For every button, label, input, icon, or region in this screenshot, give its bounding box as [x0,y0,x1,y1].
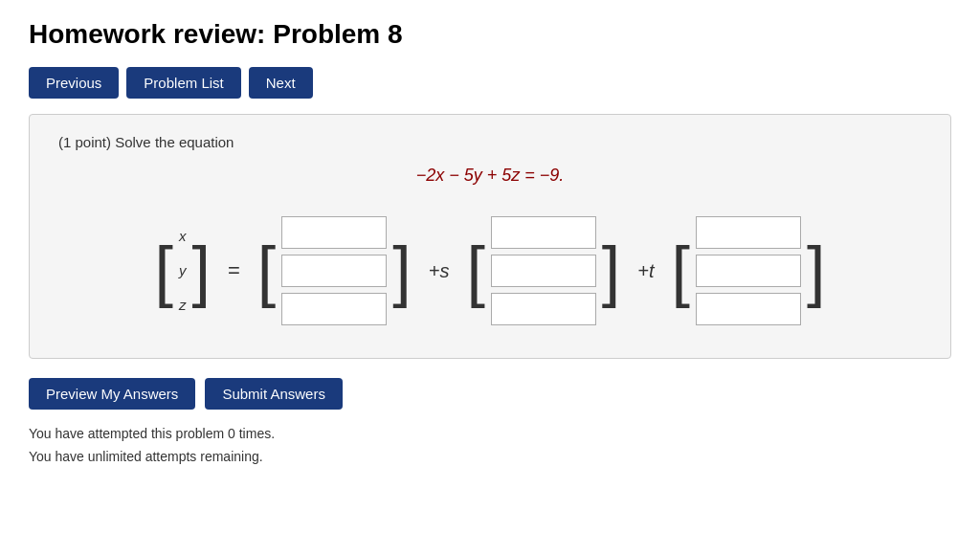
problem-list-button[interactable]: Problem List [126,67,240,99]
preview-answers-button[interactable]: Preview My Answers [29,378,195,410]
page-title: Homework review: Problem 8 [29,19,951,50]
variable-labels: x y z [173,217,192,324]
input-m1r2[interactable] [281,255,387,287]
lhs-bracket-right: ] [191,237,210,304]
third-matrix-bracket-right: ] [807,237,825,304]
attempt-line2: You have unlimited attempts remaining. [29,446,951,469]
nav-buttons: Previous Problem List Next [29,67,951,99]
param-t-label: +t [637,260,654,282]
param-s-label: +s [429,260,450,282]
first-matrix: [ ] [257,212,412,329]
input-m3r2[interactable] [696,255,801,287]
first-matrix-bracket-left: [ [257,237,276,304]
second-matrix: [ ] [466,212,620,329]
var-z: z [179,290,187,321]
matrix-area: [ x y z ] = [ ] +s [ [58,212,922,329]
attempt-line1: You have attempted this problem 0 times. [29,423,951,446]
third-matrix-inputs [690,212,807,329]
input-m2r1[interactable] [491,216,596,249]
submit-answers-button[interactable]: Submit Answers [205,378,343,410]
problem-intro: (1 point) Solve the equation [58,134,922,150]
second-matrix-inputs [485,212,602,329]
var-x: x [179,221,187,252]
input-m3r3[interactable] [696,293,801,325]
lhs-vector: [ x y z ] [155,217,211,324]
input-m1r1[interactable] [281,216,387,249]
attempt-info: You have attempted this problem 0 times.… [29,423,951,469]
previous-button[interactable]: Previous [29,67,119,99]
third-matrix: [ ] [672,212,826,329]
equation: −2x − 5y + 5z = −9. [58,166,922,186]
action-buttons: Preview My Answers Submit Answers [29,378,951,410]
input-m3r1[interactable] [696,216,801,249]
first-matrix-bracket-right: ] [392,237,411,304]
second-matrix-bracket-left: [ [466,237,484,304]
input-m2r3[interactable] [491,293,596,325]
var-y: y [179,255,187,286]
first-matrix-inputs [276,212,392,329]
input-m1r3[interactable] [281,293,387,325]
input-m2r2[interactable] [491,255,596,287]
equals-sign: = [228,258,240,283]
problem-box: (1 point) Solve the equation −2x − 5y + … [29,114,951,359]
next-button[interactable]: Next [249,67,313,99]
second-matrix-bracket-right: ] [602,237,620,304]
lhs-bracket-left: [ [155,237,173,304]
third-matrix-bracket-left: [ [672,237,690,304]
